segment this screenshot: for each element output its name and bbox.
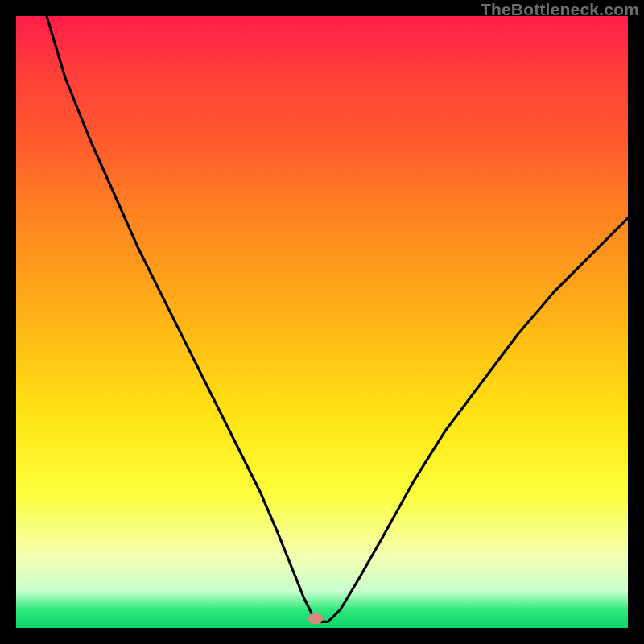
watermark-text: TheBottleneck.com [481, 0, 639, 19]
bottleneck-curve [16, 16, 628, 628]
chart-frame: TheBottleneck.com [0, 0, 644, 644]
optimum-marker [308, 613, 323, 624]
plot-area [16, 16, 628, 628]
